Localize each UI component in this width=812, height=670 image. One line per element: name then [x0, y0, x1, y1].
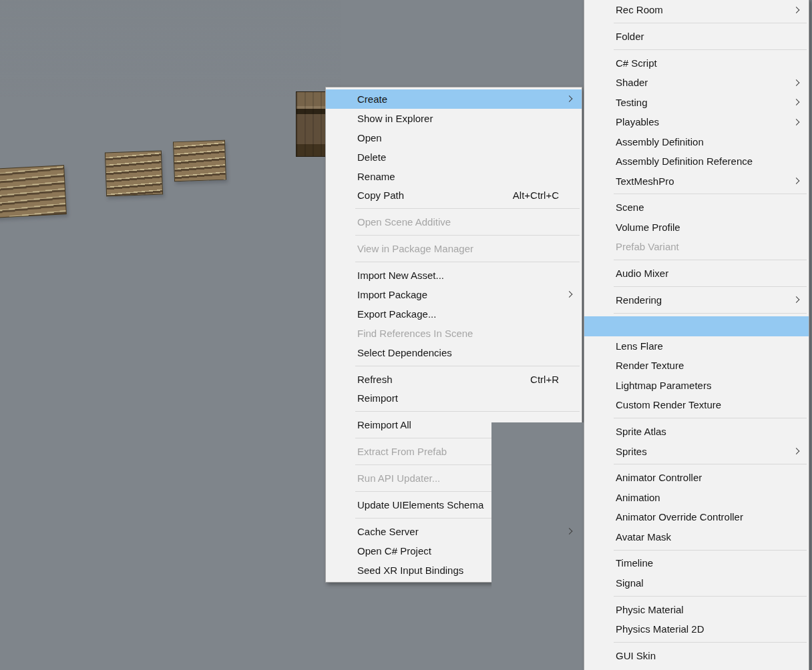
tree-spacer: [0, 584, 251, 603]
project-tree: FavoritesAll MaterialsAll ModelsAll Pref…: [0, 529, 251, 670]
menu-item-label: Playables: [616, 116, 659, 127]
menu-item-label: View in Package Manager: [357, 243, 473, 254]
tree-item-materials[interactable]: Materials: [0, 643, 251, 656]
expand-closed-icon[interactable]: [17, 660, 27, 666]
breadcrumb-root[interactable]: Assets: [260, 533, 286, 543]
menu-item-label: TextMeshPro: [616, 176, 674, 187]
menu-item-label: Audio Mixer: [616, 268, 668, 279]
breadcrumb-current[interactable]: Mat: [299, 533, 314, 543]
menu-item-label: Show in Explorer: [357, 113, 433, 124]
submenu-arrow-icon: [793, 178, 800, 184]
menu-item-select-dependencies[interactable]: Select Dependencies: [326, 343, 582, 362]
submenu-arrow-icon: [793, 448, 800, 454]
menu-item-label: Seed XR Input Bindings: [357, 565, 463, 576]
menu-item-label: Sprite Atlas: [616, 426, 666, 437]
menu-item-folder[interactable]: Folder: [584, 27, 809, 47]
menu-item-label: Reimport All: [357, 419, 411, 430]
menu-item-label: Open: [357, 132, 382, 143]
menu-item-extract-from-prefab: Extract From Prefab: [326, 442, 582, 461]
menu-item-show-in-explorer[interactable]: Show in Explorer: [326, 109, 582, 128]
menu-item-physic-material[interactable]: Physic Material: [584, 599, 809, 619]
tree-item-all-materials[interactable]: All Materials: [0, 544, 251, 557]
menu-item-label: Physics Material 2D: [616, 623, 704, 635]
search-icon: [27, 547, 41, 554]
menu-item-rename[interactable]: Rename: [326, 167, 582, 186]
menu-item-playables[interactable]: Playables: [584, 112, 809, 132]
unity-editor-window: Project Console + FavoritesAll Materials…: [0, 0, 812, 670]
menu-item-c-script[interactable]: C# Script: [584, 53, 809, 73]
add-button[interactable]: +: [0, 513, 13, 528]
menu-item-animator-override-controller[interactable]: Animator Override Controller: [584, 507, 809, 527]
menu-item-custom-render-texture[interactable]: Custom Render Texture: [584, 395, 809, 415]
menu-item-assembly-definition[interactable]: Assembly Definition: [584, 131, 809, 151]
expand-open-icon[interactable]: [1, 535, 11, 541]
menu-item-import-package[interactable]: Import Package: [326, 285, 582, 304]
menu-item-open-scene-additive: Open Scene Additive: [326, 212, 582, 232]
menu-item-textmeshpro[interactable]: TextMeshPro: [584, 171, 809, 191]
menu-item-create[interactable]: Create: [326, 89, 582, 109]
tree-item-label: Example Assets: [43, 618, 106, 628]
menu-item-label: Create: [357, 93, 387, 105]
menu-item-label: Open Scene Additive: [357, 216, 451, 228]
menu-item-sprite-atlas[interactable]: Sprite Atlas: [584, 422, 809, 442]
menu-item-refresh[interactable]: RefreshCtrl+R: [326, 370, 582, 389]
menu-item-prefab-variant: Prefab Variant: [584, 237, 809, 257]
menu-item-timeline[interactable]: Timeline: [584, 553, 809, 573]
menu-item-lens-flare[interactable]: Lens Flare: [584, 336, 809, 356]
menu-item-label: Copy Path: [357, 190, 404, 201]
folder-icon: [27, 619, 41, 627]
menu-item-render-texture[interactable]: Render Texture: [584, 356, 809, 376]
menu-item-open-c-project[interactable]: Open C# Project: [326, 541, 582, 561]
menu-item-animation[interactable]: Animation: [584, 488, 809, 508]
folder-icon: [27, 646, 41, 653]
menu-item-lightmap-parameters[interactable]: Lightmap Parameters: [584, 376, 809, 396]
menu-item-animator-controller[interactable]: Animator Controller: [584, 468, 809, 488]
tree-item-medieval-boxes-free[interactable]: Medieval_boxes_free: [0, 656, 251, 669]
expand-open-icon[interactable]: [1, 607, 11, 613]
menu-item-scene[interactable]: Scene: [584, 198, 809, 218]
menu-item-import-new-asset[interactable]: Import New Asset...: [326, 266, 582, 285]
folder-icon: [29, 659, 39, 667]
menu-separator: [614, 260, 807, 260]
menu-item-material[interactable]: Material: [584, 316, 809, 336]
expand-closed-icon[interactable]: [17, 620, 27, 626]
tree-item-label: All Prefabs: [43, 573, 85, 583]
tree-item-all-models[interactable]: All Models: [0, 557, 251, 571]
menu-item-physics-material-2d[interactable]: Physics Material 2D: [584, 619, 809, 639]
menu-item-reimport[interactable]: Reimport: [326, 388, 582, 408]
rocks: [347, 30, 403, 53]
menu-item-copy-path[interactable]: Copy PathAlt+Ctrl+C: [326, 186, 582, 205]
tree-item-kawetofe-assets[interactable]: kawetofe_assets: [0, 629, 251, 643]
expand-closed-icon[interactable]: [17, 633, 27, 639]
tree-item-example-assets[interactable]: Example Assets: [0, 616, 251, 629]
tree-item-favorites[interactable]: Favorites: [0, 531, 251, 544]
menu-item-cache-server[interactable]: Cache Server: [326, 522, 582, 541]
menu-item-delete[interactable]: Delete: [326, 147, 582, 167]
menu-item-rec-room[interactable]: Rec Room: [584, 0, 809, 20]
dropdown-caret-icon[interactable]: [15, 517, 18, 524]
menu-item-seed-xr-input-bindings[interactable]: Seed XR Input Bindings: [326, 561, 582, 580]
menu-item-audio-mixer[interactable]: Audio Mixer: [584, 264, 809, 284]
tree-item-label: Materials: [43, 645, 79, 655]
menu-item-open[interactable]: Open: [326, 128, 582, 147]
tab-console[interactable]: Console: [59, 492, 120, 513]
menu-item-label: Refresh: [357, 374, 393, 385]
menu-item-shader[interactable]: Shader: [584, 73, 809, 93]
tab-project[interactable]: Project: [0, 492, 56, 513]
menu-item-signal[interactable]: Signal: [584, 573, 809, 593]
menu-item-sprites[interactable]: Sprites: [584, 441, 809, 461]
menu-item-gui-skin[interactable]: GUI Skin: [584, 646, 809, 666]
menu-separator: [614, 313, 807, 314]
menu-item-reimport-all[interactable]: Reimport All: [326, 415, 582, 434]
menu-item-avatar-mask[interactable]: Avatar Mask: [584, 527, 809, 547]
menu-item-volume-profile[interactable]: Volume Profile: [584, 218, 809, 238]
tree-item-assets[interactable]: Assets: [0, 603, 251, 616]
tree-item-all-prefabs[interactable]: All Prefabs: [0, 571, 251, 584]
menu-item-update-uielements-schema[interactable]: Update UIElements Schema: [326, 495, 582, 515]
menu-item-export-package[interactable]: Export Package...: [326, 304, 582, 324]
box-interior: [498, 64, 548, 85]
wooden-crate: [105, 151, 163, 197]
menu-item-assembly-definition-reference[interactable]: Assembly Definition Reference: [584, 151, 809, 172]
menu-item-rendering[interactable]: Rendering: [584, 290, 809, 310]
menu-item-testing[interactable]: Testing: [584, 92, 809, 112]
